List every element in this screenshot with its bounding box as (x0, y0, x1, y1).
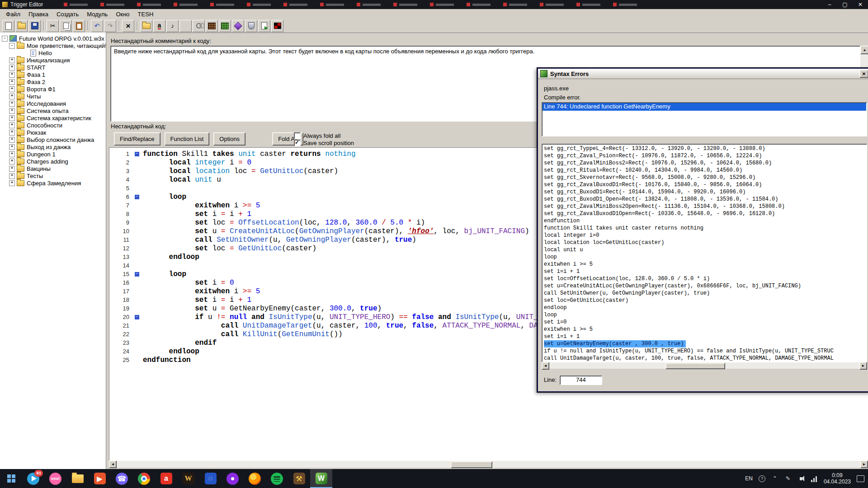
tree-category[interactable]: +Система опыта (0, 107, 106, 114)
syntax-button[interactable]: a (153, 20, 165, 32)
tree-category[interactable]: +Выбор сложности данжа (0, 136, 106, 143)
menu-item-Файл[interactable]: Файл (2, 10, 24, 19)
help-icon[interactable]: ? (759, 475, 765, 482)
dialog-code-line[interactable]: set gg_rct_BuxodD1=Rect(- 10144.0, 15904… (544, 188, 865, 196)
open-button[interactable] (15, 20, 28, 32)
expand-icon[interactable]: + (9, 72, 15, 78)
titlebar-tab[interactable] (613, 3, 637, 6)
tree-category[interactable]: +Читы (0, 93, 106, 100)
titlebar-tab[interactable] (540, 3, 564, 6)
script-button[interactable] (258, 20, 270, 32)
chain-button[interactable] (193, 20, 205, 32)
expand-icon[interactable]: + (9, 65, 15, 70)
clock[interactable]: 0:09 04.04.2023 (824, 472, 851, 485)
tree-category[interactable]: -Мое приветствие, читающий! (0, 42, 106, 49)
dialog-titlebar[interactable]: Syntax Errors ✕ (538, 69, 868, 79)
always-fold-all-option[interactable]: Always fold all (294, 132, 354, 139)
footprints-button[interactable] (179, 20, 192, 32)
tree-category[interactable]: +Выход из данжа (0, 143, 106, 150)
tree-category[interactable]: +START (0, 64, 106, 71)
taskbar-trigger-editor-active[interactable]: W (310, 469, 332, 488)
scroll-left-icon[interactable]: ◄ (542, 362, 549, 370)
titlebar-tab[interactable] (64, 3, 88, 6)
dialog-code-line[interactable]: set gg_rct_Zaval_Psion=Rect(- 10976.0, 1… (544, 152, 865, 160)
dialog-code-line[interactable]: function Skill1 takes unit caster return… (544, 225, 865, 232)
titlebar-tab[interactable] (393, 3, 417, 6)
dialog-close-icon[interactable]: ✕ (859, 70, 868, 78)
redo-button[interactable]: ↷ (104, 20, 116, 32)
tree-category[interactable]: +Рюкзак (0, 129, 106, 136)
taskbar-warcraft[interactable]: W (177, 469, 199, 488)
expand-icon[interactable]: + (9, 130, 15, 136)
copy-button[interactable] (60, 20, 72, 32)
taskbar-app-orange[interactable]: ▶ (89, 469, 111, 488)
tree-category[interactable]: +Исследования (0, 100, 106, 107)
titlebar-tab[interactable] (137, 3, 161, 6)
maximize-button[interactable]: ▢ (837, 0, 853, 9)
dialog-code-line[interactable]: set gg_rct_BuxodD1_Open=Rect(- 13824.0, … (544, 196, 865, 203)
dialog-hscroll-thumb[interactable] (665, 363, 725, 369)
taskbar-osu[interactable]: osu! (44, 469, 66, 488)
sound-button[interactable]: ♪ (166, 20, 179, 32)
fold-marker-icon[interactable]: − (135, 315, 139, 319)
menu-item-Модуль[interactable]: Модуль (83, 10, 112, 19)
find-replace-button[interactable]: Find/Replace (114, 132, 160, 145)
tree-category[interactable]: +Инициализация (0, 56, 106, 64)
tree-category[interactable]: +Способности (0, 122, 106, 129)
dialog-code-line[interactable]: set u=CreateUnitAtLoc(GetOwningPlayer(ca… (544, 282, 865, 290)
editor-hscroll-thumb[interactable] (451, 461, 492, 468)
dialog-code-line[interactable]: local location loc=GetUnitLoc(caster) (544, 239, 865, 246)
fold-marker-icon[interactable]: − (135, 272, 139, 277)
shield-button[interactable] (245, 20, 257, 32)
expand-icon[interactable]: + (9, 151, 15, 157)
taskbar-world-editor[interactable]: ⚒ (288, 469, 310, 488)
undo-button[interactable]: ↶ (91, 20, 103, 32)
fold-marker-icon[interactable]: − (135, 195, 139, 199)
minimize-button[interactable]: – (822, 0, 837, 9)
save-button[interactable] (28, 20, 41, 32)
dialog-code-line[interactable]: set i=i + 1 (544, 268, 865, 275)
taskbar-app-blue[interactable]: ◌ (199, 469, 222, 488)
close-button[interactable]: ✕ (853, 0, 868, 9)
expand-icon[interactable]: + (9, 180, 15, 186)
titlebar-tab[interactable] (174, 3, 198, 6)
dialog-code-line[interactable]: call SetUnitOwner(u, GetOwningPlayer(cas… (544, 290, 865, 297)
dialog-code-line[interactable]: exitwhen i >= 5 (544, 261, 865, 268)
expand-icon[interactable]: + (9, 137, 15, 143)
error-entry[interactable]: Line 744: Undeclared function GetNearbyE… (542, 103, 866, 111)
dialog-code-line[interactable]: endfunction (544, 217, 865, 225)
tree-category[interactable]: +Система характеристик (0, 114, 106, 122)
dialog-code-line[interactable]: set gg_rct_ZavalMiniBoss2Open=Rect(- 111… (544, 203, 865, 210)
titlebar-tab[interactable] (210, 3, 234, 6)
network-icon[interactable] (811, 475, 818, 482)
dialog-code-line[interactable]: set gg_rct_Ritual=Rect(- 10240.0, 14304.… (544, 167, 865, 174)
dialog-code-list[interactable]: set gg_rct_TyppeL_4=Rect(- 13312.0, - 13… (542, 144, 867, 362)
expand-icon[interactable]: + (9, 57, 15, 63)
taskbar-app-violet[interactable]: ● (222, 469, 244, 488)
flag-button[interactable] (271, 20, 283, 32)
titlebar-tab[interactable] (247, 3, 271, 6)
collapse-icon[interactable]: - (9, 43, 15, 49)
tree-category[interactable]: +Фаза 2 (0, 78, 106, 85)
scroll-up-icon[interactable]: ▲ (860, 46, 868, 54)
tree-category[interactable]: +Фаза 1 (0, 71, 106, 78)
titlebar-tab[interactable] (357, 3, 381, 6)
titlebar-tab[interactable] (503, 3, 527, 6)
taskbar-explorer[interactable] (66, 469, 89, 488)
taskbar-viber[interactable]: ☎ (111, 469, 133, 488)
taskbar-chrome[interactable] (133, 469, 155, 488)
start-button[interactable] (0, 469, 22, 488)
language-indicator[interactable]: EN (745, 475, 753, 482)
always-fold-all-checkbox[interactable] (294, 132, 301, 139)
options-button[interactable]: Options (213, 132, 245, 145)
taskbar-firefox[interactable] (244, 469, 266, 488)
dialog-code-line[interactable]: local unit u (544, 246, 865, 253)
dialog-code-line[interactable]: set gg_rct_TyppeL_4=Rect(- 13312.0, - 13… (544, 145, 865, 152)
scroll-right-icon[interactable]: ► (859, 362, 867, 370)
dialog-code-line[interactable]: set i=i + 1 (544, 333, 865, 340)
expand-icon[interactable]: + (9, 122, 15, 128)
action-center-icon[interactable] (857, 475, 864, 482)
scroll-left-icon[interactable]: ◄ (109, 460, 117, 468)
expand-icon[interactable]: + (9, 94, 15, 99)
dialog-code-line[interactable]: endloop (544, 304, 865, 311)
